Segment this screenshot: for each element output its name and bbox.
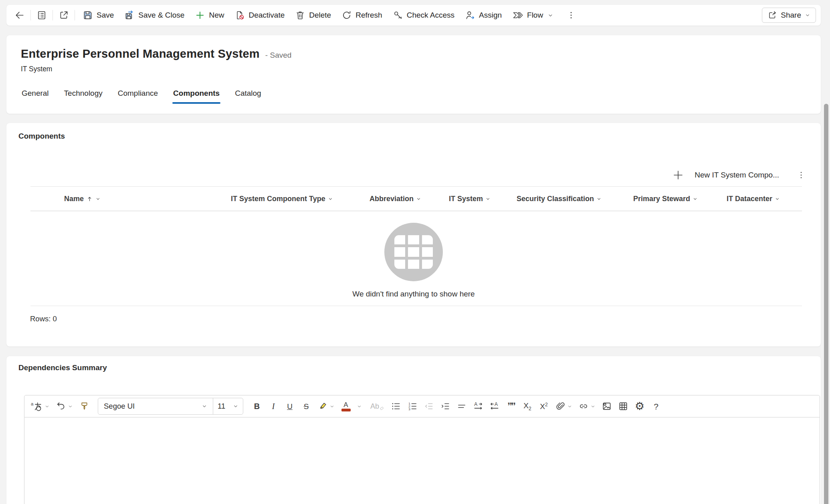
column-header-it-datacenter[interactable]: IT Datacenter (727, 187, 780, 211)
italic-icon: I (272, 402, 275, 411)
column-header-name[interactable]: Name (64, 187, 101, 211)
delete-button[interactable]: Delete (290, 7, 336, 23)
back-arrow-icon (14, 10, 25, 20)
column-header-abbreviation[interactable]: Abbreviation (370, 187, 421, 211)
new-label: New (209, 11, 224, 20)
sort-ascending-icon (86, 196, 93, 202)
strikethrough-icon: S (304, 403, 309, 410)
font-controls: Segoe UI 11 (98, 398, 243, 415)
decrease-indent-button[interactable] (424, 398, 434, 414)
link-button[interactable] (578, 398, 596, 414)
numbered-list-icon: 123 (407, 401, 418, 411)
assign-button[interactable]: Assign (460, 7, 507, 23)
text-language-button[interactable]: a (31, 398, 50, 414)
column-header-it-system[interactable]: IT System (449, 187, 491, 211)
tab-compliance[interactable]: Compliance (117, 89, 159, 104)
rte-editor-body[interactable] (24, 417, 820, 504)
insert-table-button[interactable] (618, 398, 628, 414)
svg-text:a: a (31, 401, 34, 406)
flow-button[interactable]: Flow (507, 7, 559, 23)
column-header-component-type[interactable]: IT System Component Type (231, 187, 333, 211)
font-size-select[interactable]: 11 (213, 398, 243, 414)
assign-person-icon (465, 10, 475, 20)
superscript-icon: X2 (540, 402, 547, 410)
bold-icon: B (254, 402, 260, 410)
help-icon: ? (654, 402, 658, 411)
tab-technology[interactable]: Technology (63, 89, 103, 104)
grid-bottom-divider (30, 306, 802, 306)
scrollbar-thumb[interactable] (824, 104, 828, 504)
blockquote-button[interactable]: ”” (506, 398, 516, 414)
divider (53, 10, 53, 20)
new-component-label: New IT System Compo... (695, 171, 779, 179)
highlight-button[interactable] (317, 398, 335, 414)
svg-text:3: 3 (408, 407, 410, 411)
bold-button[interactable]: B (252, 398, 262, 414)
chevron-down-icon (547, 12, 553, 18)
tab-general[interactable]: General (21, 89, 50, 104)
blockquote-icon: ”” (507, 401, 515, 412)
align-button[interactable] (456, 398, 467, 414)
new-button[interactable]: New (190, 7, 229, 23)
italic-button[interactable]: I (268, 398, 279, 414)
save-and-close-label: Save & Close (138, 11, 184, 20)
more-vertical-icon (796, 170, 806, 180)
svg-text:A: A (474, 401, 477, 407)
numbered-list-button[interactable]: 123 (407, 398, 418, 414)
refresh-button[interactable]: Refresh (336, 7, 388, 23)
save-and-close-button[interactable]: Save & Close (119, 7, 190, 23)
refresh-label: Refresh (355, 11, 382, 20)
grid-overflow-button[interactable] (793, 167, 810, 183)
overflow-button[interactable] (563, 7, 580, 23)
grid-empty-state: We didn't find anything to show here (6, 223, 821, 298)
trash-icon (295, 10, 305, 20)
chevron-down-icon (44, 404, 50, 409)
grid-command-bar: New IT System Compo... (672, 165, 810, 185)
chevron-down-icon (95, 196, 101, 202)
back-button[interactable] (11, 7, 28, 23)
deactivate-icon (234, 10, 245, 20)
subscript-button[interactable]: X2 (522, 398, 533, 414)
format-painter-button[interactable] (79, 398, 89, 414)
new-component-button[interactable]: New IT System Compo... (672, 169, 779, 181)
form-selector-button[interactable] (33, 7, 50, 23)
undo-button[interactable] (56, 398, 73, 414)
deactivate-button[interactable]: Deactivate (229, 7, 290, 23)
record-header: Enterprise Personnel Management System -… (6, 35, 821, 114)
column-header-security-classification[interactable]: Security Classification (517, 187, 602, 211)
font-name-value: Segoe UI (104, 402, 135, 411)
chevron-down-icon (693, 196, 698, 202)
underline-button[interactable]: U (285, 398, 295, 414)
link-icon (578, 401, 589, 411)
flow-icon (512, 10, 523, 20)
font-color-swatch (341, 409, 351, 411)
chevron-down-icon (328, 196, 333, 202)
font-name-select[interactable]: Segoe UI (98, 398, 213, 414)
strikethrough-button[interactable]: S (301, 398, 311, 414)
column-header-primary-steward[interactable]: Primary Steward (633, 187, 698, 211)
page-scrollbar[interactable] (823, 102, 830, 504)
check-access-button[interactable]: Check Access (388, 7, 460, 23)
save-icon (83, 10, 93, 20)
popout-button[interactable] (55, 7, 72, 23)
bullet-list-button[interactable] (391, 398, 401, 414)
right-to-left-button[interactable]: A (489, 398, 500, 414)
save-button[interactable]: Save (77, 7, 119, 23)
insert-image-button[interactable] (602, 398, 612, 414)
tab-catalog[interactable]: Catalog (234, 89, 262, 104)
grid-top-divider (30, 186, 802, 187)
more-vertical-icon (566, 10, 576, 20)
attach-button[interactable] (555, 398, 572, 414)
left-to-right-button[interactable]: A (473, 398, 483, 414)
editor-settings-button[interactable]: ⚙ (634, 398, 645, 414)
share-button[interactable]: Share (762, 8, 816, 23)
increase-indent-button[interactable] (440, 398, 450, 414)
chevron-down-icon (805, 12, 810, 18)
flow-label: Flow (527, 11, 543, 20)
superscript-button[interactable]: X2 (539, 398, 549, 414)
clear-format-button[interactable]: Ab (370, 398, 385, 414)
editor-help-button[interactable]: ? (651, 398, 661, 414)
tab-components[interactable]: Components (172, 89, 220, 104)
font-color-button[interactable]: A (341, 398, 351, 414)
font-color-dropdown[interactable] (354, 398, 364, 414)
